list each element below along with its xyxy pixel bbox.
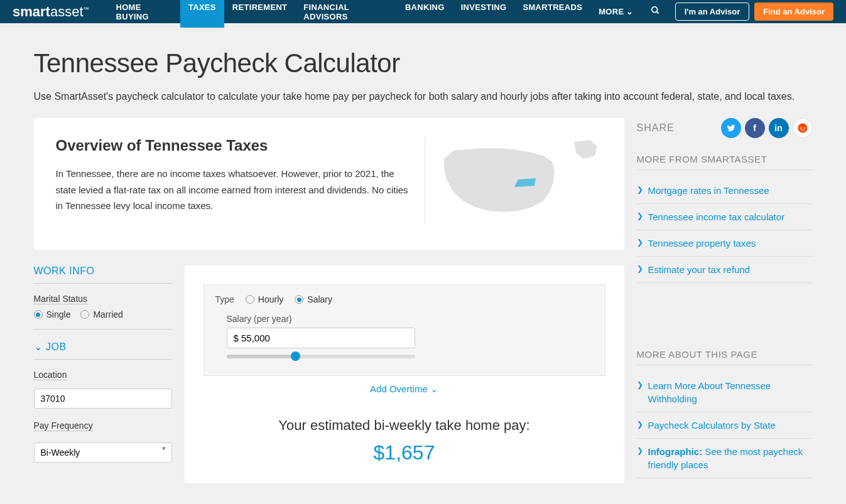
chevron-down-icon: ⌄ [626,7,633,16]
im-advisor-button[interactable]: I'm an Advisor [675,3,750,21]
calculator-card: Type Hourly Salary Salary (per year) [185,265,624,483]
facebook-icon[interactable]: f [745,118,765,138]
slider-thumb[interactable] [291,351,300,361]
pay-frequency-label: Pay Frequency [34,421,93,431]
salary-input[interactable] [227,328,415,348]
chevron-right-icon: ❯ [637,420,643,429]
nav-financial-advisors[interactable]: FINANCIAL ADVISORS [295,0,397,28]
us-map [425,137,602,225]
marital-married-radio[interactable]: Married [80,309,122,319]
result-label: Your estimated bi-weekly take home pay: [203,417,605,434]
pay-frequency-select[interactable]: Bi-Weekly [34,442,172,463]
overview-text: In Tennessee, there are no income taxes … [56,166,409,214]
share-label: SHARE [637,122,713,134]
chevron-down-icon: ⌄ [430,383,438,394]
svg-point-4 [803,127,805,129]
nav-retirement[interactable]: RETIREMENT [224,0,296,28]
add-overtime-link[interactable]: Add Overtime ⌄ [185,376,624,405]
linkedin-icon[interactable]: in [769,118,789,138]
nav-menu: HOME BUYING TAXES RETIREMENT FINANCIAL A… [108,0,642,28]
overview-title: Overview of Tennessee Taxes [56,137,409,154]
chevron-right-icon: ❯ [637,212,643,220]
type-salary-radio[interactable]: Salary [295,294,332,304]
svg-point-3 [800,127,801,129]
sidebar-link[interactable]: ❯Learn More About Tennessee Withholding [637,373,813,412]
svg-point-0 [652,7,658,13]
nav-more[interactable]: MORE⌄ [590,0,642,28]
work-info-heading: WORK INFO [34,265,172,284]
logo[interactable]: smartasset™ [13,4,89,20]
chevron-right-icon: ❯ [637,238,643,247]
sidebar-link[interactable]: ❯Infographic: See the most paycheck frie… [637,439,813,478]
page-description: Use SmartAsset's paycheck calculator to … [34,91,813,102]
sidebar-link[interactable]: ❯Tennessee property taxes [637,230,813,257]
twitter-icon[interactable] [721,118,741,138]
nav-taxes[interactable]: TAXES [180,0,224,28]
salary-label: Salary (per year) [227,314,582,324]
sidebar-link[interactable]: ❯Mortgage rates in Tennessee [637,178,813,204]
chevron-down-icon: ⌄ [34,341,43,353]
chevron-right-icon: ❯ [637,264,643,273]
chevron-right-icon: ❯ [637,446,643,455]
type-hourly-radio[interactable]: Hourly [246,294,283,304]
job-section-heading[interactable]: ⌄JOB [34,341,172,360]
svg-point-2 [798,124,807,133]
nav-investing[interactable]: INVESTING [453,0,515,28]
sidebar-link[interactable]: ❯Tennessee income tax calculator [637,204,813,230]
chevron-right-icon: ❯ [637,380,643,389]
more-from-heading: MORE FROM SMARTASSET [637,154,813,170]
more-about-heading: MORE ABOUT THIS PAGE [637,349,813,365]
page-title: Tennessee Paycheck Calculator [34,48,813,78]
nav-banking[interactable]: BANKING [397,0,453,28]
location-input[interactable] [34,389,172,409]
sidebar-link[interactable]: ❯Estimate your tax refund [637,257,813,283]
find-advisor-button[interactable]: Find an Advisor [754,3,833,21]
salary-slider[interactable] [227,355,415,358]
type-label: Type [215,294,234,304]
overview-card: Overview of Tennessee Taxes In Tennessee… [34,118,624,250]
marital-single-radio[interactable]: Single [34,309,71,319]
marital-status-label: Marital Status [34,294,88,304]
nav-home-buying[interactable]: HOME BUYING [108,0,180,28]
chevron-right-icon: ❯ [637,185,643,194]
result-value: $1,657 [203,441,605,464]
svg-line-1 [656,11,658,13]
reddit-icon[interactable] [793,118,813,138]
nav-smartreads[interactable]: SMARTREADS [514,0,590,28]
location-label: Location [34,370,67,380]
sidebar-link[interactable]: ❯Paycheck Calculators by State [637,412,813,439]
search-icon[interactable] [642,0,669,24]
